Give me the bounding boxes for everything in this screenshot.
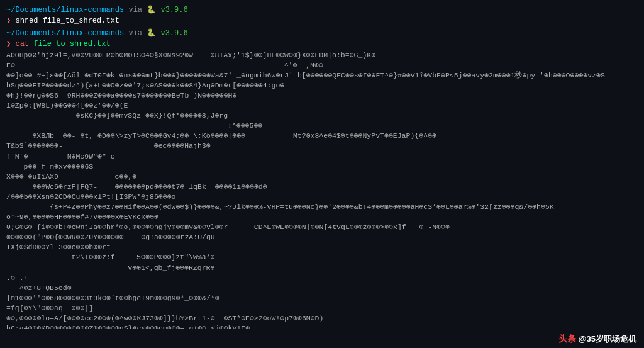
prompt-path-2: ~/Documents/linux-commands [6,29,124,38]
prompt-line-1: ~/Documents/linux-commands via 🐍 v3.9.6 [6,5,638,16]
prompt-via-1: via [128,6,147,14]
cmd-cat: cat [15,40,29,48]
cmd-shred: shred [15,16,38,25]
prompt-version-1: 🐍 v3.9.6 [147,6,187,14]
command-line-1: ❯ shred file_to_shred.txt [6,16,638,26]
watermark-icon: 头条 [558,334,576,344]
prompt-via-2: via [128,29,147,38]
prompt-arrow-2: ❯ [6,40,15,48]
prompt-path-1: ~/Documents/linux-commands [6,6,124,14]
terminal-content: ~/Documents/linux-commands via 🐍 v3.9.6 … [0,0,644,329]
terminal-window: ~/Documents/linux-commands via 🐍 v3.9.6 … [0,0,644,348]
watermark: 头条 @35岁职场危机 [558,334,636,345]
prompt-version-2: 🐍 v3.9.6 [147,29,187,38]
watermark-text: @35岁职场危机 [579,334,636,344]
prompt-arrow-1: ❯ [6,16,15,25]
prompt-line-2: ~/Documents/linux-commands via 🐍 v3.9.6 [6,28,638,39]
cmd-args-2: file_to_shred.txt [29,40,111,48]
cmd-args-1: file_to_shred.txt [38,16,119,25]
command-line-2: ❯ cat file_to_shred.txt [6,39,638,50]
command-output: ĀOOHp⊕⌀'hjz9l=,v⊕⊕vu⊕⊕ER⊕b⊕MOTS⊕4⊕§X⊕Ns9… [6,50,638,329]
